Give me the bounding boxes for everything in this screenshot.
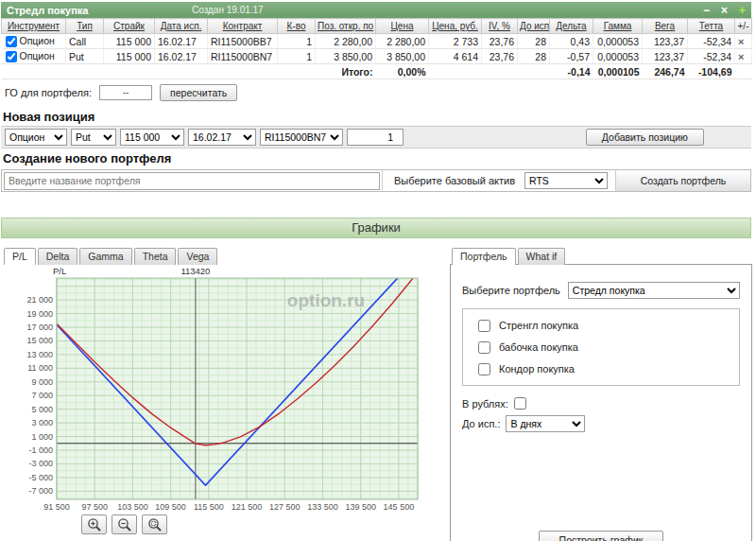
- qty-cell: 1: [278, 34, 316, 49]
- charts-section-title: Графики: [1, 218, 751, 238]
- compare-checkbox[interactable]: [478, 341, 490, 354]
- strike-select[interactable]: 115 000: [120, 129, 184, 146]
- position-checkbox[interactable]: [6, 36, 17, 47]
- totals-cell: [278, 64, 316, 79]
- chart-panel: P/LDeltaGammaThetaVega option.ru11342021…: [2, 248, 429, 534]
- build-chart-button[interactable]: Построить график: [539, 531, 663, 541]
- column-header[interactable]: Поз. откр. по: [316, 19, 376, 34]
- svg-text:3 000: 3 000: [31, 418, 53, 428]
- tab-gamma[interactable]: Gamma: [79, 248, 131, 265]
- pos_open-cell: 3 850,00: [316, 49, 376, 64]
- column-header[interactable]: Страйк: [104, 19, 155, 34]
- totals-cell: 0,000105: [593, 64, 643, 79]
- exp_date-cell: 16.02.17: [155, 49, 208, 64]
- portfolio-name-input[interactable]: [4, 172, 380, 190]
- totals-cell: [429, 64, 482, 79]
- tab-idx0[interactable]: Портфель: [452, 248, 516, 265]
- column-header[interactable]: До исп.: [518, 19, 550, 34]
- positions-table: ИнструментТипСтрайкДата исп.КонтрактК-во…: [1, 18, 752, 79]
- position-row: ОпционPut115 00016.02.17RI115000BN713 85…: [2, 49, 752, 64]
- svg-text:-5 000: -5 000: [28, 473, 53, 482]
- totals-cell: Итого:: [316, 64, 376, 79]
- theta-cell: -52,34: [688, 34, 735, 49]
- price_rub-cell: 2 733: [429, 34, 482, 49]
- pos_open-cell: 2 280,00: [316, 34, 376, 49]
- tab-delta[interactable]: Delta: [38, 248, 78, 265]
- compare-option-label: Стренгл покупка: [499, 320, 578, 331]
- column-header[interactable]: Контракт: [208, 19, 278, 34]
- strike-cell: 115 000: [104, 49, 155, 64]
- delta-cell: -0,57: [550, 49, 593, 64]
- svg-text:5 000: 5 000: [31, 405, 53, 414]
- compare-option: бабочка покупка: [478, 340, 731, 355]
- totals-cell: [735, 64, 752, 79]
- expiry-date-select[interactable]: 16.02.17: [188, 129, 256, 146]
- plusminus-header[interactable]: +/-: [735, 19, 752, 34]
- column-header[interactable]: Тип: [66, 19, 104, 34]
- base-asset-select[interactable]: RTS: [524, 172, 608, 189]
- zoom-select-button[interactable]: [142, 515, 167, 534]
- svg-text:109 500: 109 500: [155, 502, 186, 512]
- svg-text:139 500: 139 500: [345, 502, 376, 512]
- go-row: ГО для портфеля: -- пересчитать: [1, 79, 751, 107]
- column-header[interactable]: Инструмент: [2, 19, 66, 34]
- quantity-input[interactable]: [347, 129, 404, 146]
- pl-chart[interactable]: option.ru11342021 00019 00017 00015 0001…: [2, 265, 423, 515]
- create-portfolio-button[interactable]: Создать портфель: [616, 170, 750, 191]
- tab-whatif[interactable]: What if: [518, 248, 566, 265]
- compare-option: Кондор покупка: [478, 361, 731, 376]
- add-position-button[interactable]: Добавить позицию: [586, 129, 704, 146]
- type-cell: Call: [66, 34, 104, 49]
- add-icon[interactable]: +: [739, 5, 746, 16]
- zoom-in-button[interactable]: [81, 515, 107, 534]
- delta-cell: 0,43: [550, 34, 593, 49]
- column-header[interactable]: Дельта: [550, 19, 593, 34]
- days-cell: 28: [518, 49, 550, 64]
- contract-select[interactable]: RI115000BN7: [260, 129, 343, 146]
- days-cell: 28: [518, 34, 550, 49]
- new-portfolio-row: Выберите базовый актив RTS Создать портф…: [1, 169, 751, 192]
- remove-row-icon[interactable]: ×: [738, 51, 744, 62]
- column-header[interactable]: К-во: [278, 19, 316, 34]
- column-header[interactable]: Дата исп.: [155, 19, 208, 34]
- column-header[interactable]: Цена: [376, 19, 429, 34]
- compare-option: Стренгл покупка: [478, 318, 731, 333]
- iv-cell: 23,76: [482, 34, 518, 49]
- column-header[interactable]: IV, %: [482, 19, 518, 34]
- position-checkbox[interactable]: [6, 51, 17, 62]
- compare-portfolios-box: Стренгл покупкабабочка покупкаКондор пок…: [462, 308, 740, 386]
- svg-text:97 500: 97 500: [81, 502, 108, 512]
- column-header[interactable]: Гамма: [593, 19, 643, 34]
- remove-row-icon[interactable]: ×: [738, 36, 744, 47]
- portfolio-select[interactable]: Стредл покупка: [568, 282, 740, 299]
- totals-cell: [104, 64, 155, 79]
- zoom-select-icon: [147, 517, 163, 532]
- compare-checkbox[interactable]: [478, 363, 490, 375]
- tab-vega[interactable]: Vega: [178, 248, 217, 265]
- close-icon[interactable]: ×: [721, 5, 728, 16]
- totals-row: Итого:0,00%-0,140,000105246,74-104,69: [2, 64, 752, 79]
- tab-pl[interactable]: P/L: [4, 248, 36, 265]
- column-header[interactable]: Цена, руб.: [429, 19, 482, 34]
- days-row: До исп.: В днях: [462, 415, 740, 432]
- totals-cell: [155, 64, 208, 79]
- minimize-icon[interactable]: −: [703, 5, 710, 16]
- svg-text:11 000: 11 000: [27, 363, 53, 373]
- go-label: ГО для портфеля:: [5, 87, 92, 98]
- days-select[interactable]: В днях: [506, 415, 585, 432]
- recalc-button[interactable]: пересчитать: [160, 84, 237, 101]
- instrument-select[interactable]: Опцион: [5, 129, 67, 146]
- column-header[interactable]: Вега: [643, 19, 688, 34]
- compare-checkbox[interactable]: [478, 320, 490, 332]
- totals-cell: [2, 64, 66, 79]
- type-select[interactable]: Put: [71, 129, 116, 146]
- rubles-checkbox[interactable]: [514, 397, 526, 410]
- tab-theta[interactable]: Theta: [134, 248, 177, 265]
- portfolio-window: Стредл покупка Создан 19.01.17 − × + Инс…: [1, 2, 751, 192]
- totals-cell: -104,69: [688, 64, 735, 79]
- instrument-cell: Опцион: [2, 34, 66, 49]
- theta-cell: -52,34: [688, 49, 735, 64]
- column-header[interactable]: Тетта: [688, 19, 735, 34]
- zoom-out-button[interactable]: [112, 515, 137, 534]
- totals-cell: [66, 64, 104, 79]
